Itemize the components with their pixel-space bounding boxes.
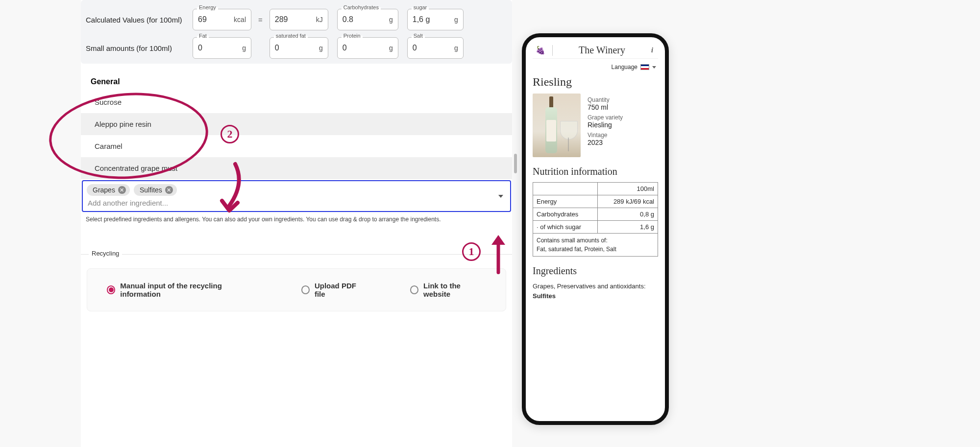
calculated-values-label: Calculated Values (for 100ml) xyxy=(86,16,193,24)
divider xyxy=(552,45,553,56)
fat-field[interactable]: Fat 0 g xyxy=(193,37,251,59)
recycling-legend: Recycling xyxy=(89,250,122,257)
sugar-field[interactable]: sugar 1,6 g g xyxy=(407,9,464,30)
recycling-opt-pdf[interactable]: Upload PDF file xyxy=(301,282,366,298)
nutrition-section: Calculated Values (for 100ml) Energy 69 … xyxy=(81,0,512,64)
dropdown-group-header: General xyxy=(81,71,512,91)
dropdown-item-caramel[interactable]: Caramel xyxy=(81,135,512,157)
salt-field[interactable]: Salt 0 g xyxy=(407,37,464,59)
grape-value: Riesling xyxy=(588,121,658,129)
chip-grapes[interactable]: Grapes ✕ xyxy=(87,184,130,196)
recycling-opt-link[interactable]: Link to the website xyxy=(410,282,486,298)
ingredients-helper-text: Select predefined ingredients and allerg… xyxy=(81,212,512,225)
equals-sign: = xyxy=(256,16,265,24)
small-amounts-label: Small amounts (for 100ml) xyxy=(86,44,193,52)
ingredient-dropdown-panel: General Sucrose Aleppo pine resin Carame… xyxy=(81,71,512,225)
close-icon[interactable]: ✕ xyxy=(165,186,173,194)
vintage-label: Vintage xyxy=(588,132,658,139)
energy-kj-field[interactable]: 289 kJ xyxy=(270,9,328,30)
radio-icon xyxy=(410,285,418,294)
ingredients-header: Ingredients xyxy=(533,265,658,277)
phone-preview: 🍇 The Winery i Language Riesling Quantit… xyxy=(522,33,669,425)
logo-icon: 🍇 xyxy=(536,46,545,55)
radio-icon xyxy=(107,285,115,294)
quantity-value: 750 ml xyxy=(588,103,658,111)
close-icon[interactable]: ✕ xyxy=(118,186,126,194)
dropdown-item-grape-must[interactable]: Concentrated grape must xyxy=(81,157,512,179)
energy-kcal-field[interactable]: Energy 69 kcal xyxy=(193,9,251,30)
protein-field[interactable]: Protein 0 g xyxy=(337,37,398,59)
chevron-down-icon xyxy=(652,66,656,69)
chip-sulfites[interactable]: Sulfites ✕ xyxy=(134,184,177,196)
chevron-down-icon[interactable] xyxy=(498,195,503,198)
ingredients-text: Grapes, Preservatives and antioxidants: … xyxy=(533,282,658,301)
product-image xyxy=(533,94,581,157)
fat-label: Fat xyxy=(197,33,209,39)
nutrition-table: 100ml Energy289 kJ/69 kcal Carbohydrates… xyxy=(533,182,658,257)
flag-icon xyxy=(640,64,649,70)
carbs-field[interactable]: Carbohydrates 0.8 g xyxy=(337,9,398,30)
grape-label: Grape variety xyxy=(588,114,658,121)
language-selector[interactable]: Language xyxy=(533,59,658,73)
satfat-label: saturated fat xyxy=(274,33,308,39)
small-amounts-text: Contains small amounts of: Fat, saturate… xyxy=(533,234,658,257)
dropdown-item-sucrose[interactable]: Sucrose xyxy=(81,91,512,113)
carbs-label: Carbohydrates xyxy=(342,4,381,10)
nutrition-header: Nutrition information xyxy=(533,166,658,177)
add-ingredient-input[interactable]: Add another ingredient... xyxy=(87,196,506,208)
salt-label: Salt xyxy=(412,33,425,39)
ingredients-multiselect[interactable]: Grapes ✕ Sulfites ✕ Add another ingredie… xyxy=(82,180,511,212)
energy-label: Energy xyxy=(197,4,218,10)
quantity-label: Quantity xyxy=(588,96,658,103)
recycling-section: Recycling Manual input of the recycling … xyxy=(81,254,512,311)
brand-name: The Winery xyxy=(560,45,644,56)
info-icon[interactable]: i xyxy=(651,47,655,54)
recycling-opt-manual[interactable]: Manual input of the recycling informatio… xyxy=(107,282,257,298)
satfat-field[interactable]: saturated fat 0 g xyxy=(270,37,328,59)
sugar-label: sugar xyxy=(412,4,429,10)
product-title: Riesling xyxy=(533,75,658,89)
vintage-value: 2023 xyxy=(588,139,658,146)
dropdown-item-aleppo[interactable]: Aleppo pine resin xyxy=(81,113,512,135)
protein-label: Protein xyxy=(342,33,363,39)
main-form-panel: Calculated Values (for 100ml) Energy 69 … xyxy=(81,0,512,447)
radio-icon xyxy=(301,285,310,294)
scrollbar-icon[interactable] xyxy=(514,154,517,173)
